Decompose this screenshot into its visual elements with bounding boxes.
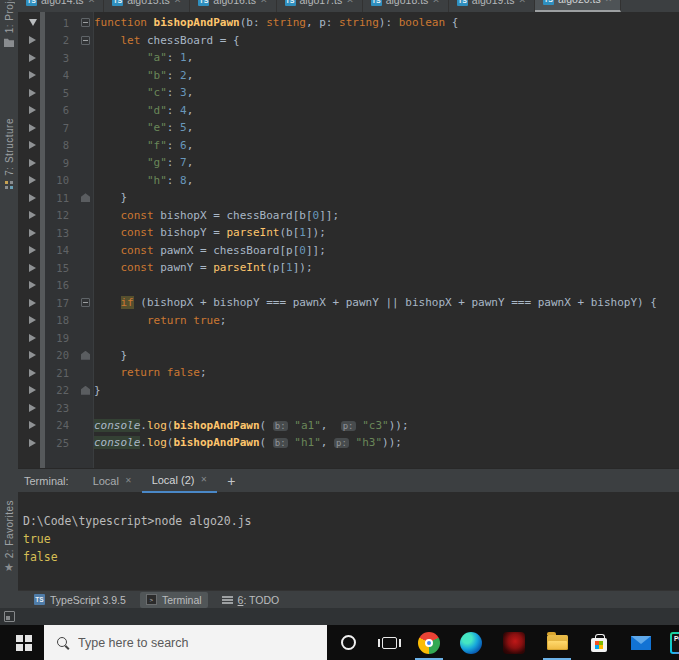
chevron-right-icon[interactable] bbox=[29, 176, 36, 184]
taskbar-button-edge[interactable] bbox=[453, 625, 489, 660]
fold-collapse-icon[interactable] bbox=[81, 18, 90, 27]
tree-node[interactable] bbox=[18, 194, 45, 202]
tree-node[interactable] bbox=[18, 106, 45, 114]
taskbar-button-cortana[interactable] bbox=[330, 625, 366, 660]
fold-end-icon[interactable] bbox=[81, 193, 90, 202]
tree-node[interactable] bbox=[18, 124, 45, 132]
chevron-right-icon[interactable] bbox=[29, 71, 36, 79]
chevron-right-icon[interactable] bbox=[29, 36, 36, 44]
close-icon[interactable]: ✕ bbox=[346, 0, 354, 5]
line-number[interactable]: 25 bbox=[45, 437, 77, 449]
close-icon[interactable]: ✕ bbox=[432, 0, 440, 5]
code-line[interactable]: 16 bbox=[18, 277, 679, 295]
code-line[interactable]: 13 const bishopY = parseInt(b[1]); bbox=[18, 224, 679, 242]
tree-node[interactable] bbox=[18, 176, 45, 184]
code-area[interactable]: 1function bishopAndPawn(b: string, p: st… bbox=[18, 14, 679, 452]
taskbar-button-pycharm[interactable]: PC bbox=[663, 625, 679, 660]
chevron-right-icon[interactable] bbox=[29, 404, 36, 412]
tree-node[interactable] bbox=[18, 299, 45, 307]
taskbar-search-box[interactable] bbox=[44, 625, 327, 660]
code-line[interactable]: 12 const bishopX = chessBoard[b[0]]; bbox=[18, 207, 679, 225]
taskbar-button-chrome[interactable] bbox=[411, 625, 447, 660]
line-number[interactable]: 23 bbox=[45, 402, 77, 414]
chevron-right-icon[interactable] bbox=[29, 421, 36, 429]
code-line[interactable]: 23 bbox=[18, 399, 679, 417]
code-line[interactable]: 24console.log(bishopAndPawn( b: "a1", p:… bbox=[18, 417, 679, 435]
close-icon[interactable]: ✕ bbox=[88, 0, 96, 5]
toolwindow-button-typescript-3-9-5[interactable]: TSTypeScript 3.9.5 bbox=[28, 592, 132, 608]
chevron-right-icon[interactable] bbox=[29, 246, 36, 254]
taskbar-button-red-app[interactable] bbox=[496, 625, 532, 660]
taskbar-button-microsoft-store[interactable] bbox=[581, 625, 617, 660]
tree-node[interactable] bbox=[18, 229, 45, 237]
chevron-right-icon[interactable] bbox=[29, 316, 36, 324]
fold-end-icon[interactable] bbox=[81, 351, 90, 360]
line-number[interactable]: 15 bbox=[45, 262, 77, 274]
close-icon[interactable]: ✕ bbox=[125, 476, 132, 485]
chevron-right-icon[interactable] bbox=[29, 299, 36, 307]
editor-tab[interactable]: TSalgo16.ts✕ bbox=[190, 0, 276, 12]
tree-node[interactable] bbox=[18, 54, 45, 62]
fold-collapse-icon[interactable] bbox=[81, 36, 90, 45]
line-number[interactable]: 10 bbox=[45, 174, 77, 186]
taskbar-button-task-view[interactable] bbox=[371, 625, 407, 660]
line-number[interactable]: 14 bbox=[45, 244, 77, 256]
code-line[interactable]: 17 if (bishopX + bishopY === pawnX + paw… bbox=[18, 294, 679, 312]
chevron-right-icon[interactable] bbox=[29, 124, 36, 132]
sidebar-item-structure[interactable]: 7: Structure bbox=[0, 118, 18, 190]
code-line[interactable]: 7 "e": 5, bbox=[18, 119, 679, 137]
chevron-right-icon[interactable] bbox=[29, 159, 36, 167]
code-line[interactable]: 8 "f": 6, bbox=[18, 137, 679, 155]
tree-node[interactable] bbox=[18, 439, 45, 447]
line-number[interactable]: 6 bbox=[45, 104, 77, 116]
tree-node[interactable] bbox=[18, 141, 45, 149]
line-number[interactable]: 7 bbox=[45, 122, 77, 134]
code-line[interactable]: 15 const pawnY = parseInt(p[1]); bbox=[18, 259, 679, 277]
tree-node[interactable] bbox=[18, 369, 45, 377]
line-number[interactable]: 11 bbox=[45, 192, 77, 204]
chevron-right-icon[interactable] bbox=[29, 229, 36, 237]
code-line[interactable]: 19 bbox=[18, 329, 679, 347]
search-input[interactable] bbox=[70, 636, 327, 650]
code-line[interactable]: 14 const pawnX = chessBoard[p[0]]; bbox=[18, 242, 679, 260]
code-line[interactable]: 9 "g": 7, bbox=[18, 154, 679, 172]
line-number[interactable]: 21 bbox=[45, 367, 77, 379]
terminal-tab[interactable]: Local✕ bbox=[83, 469, 142, 493]
tree-node[interactable] bbox=[18, 281, 45, 289]
line-number[interactable]: 24 bbox=[45, 419, 77, 431]
tree-node[interactable] bbox=[18, 264, 45, 272]
code-line[interactable]: 1function bishopAndPawn(b: string, p: st… bbox=[18, 14, 679, 32]
line-number[interactable]: 5 bbox=[45, 87, 77, 99]
code-line[interactable]: 25console.log(bishopAndPawn( b: "h1", p:… bbox=[18, 434, 679, 452]
close-icon[interactable]: ✕ bbox=[518, 0, 526, 5]
line-number[interactable]: 12 bbox=[45, 209, 77, 221]
tree-node[interactable] bbox=[18, 386, 45, 394]
line-number[interactable]: 20 bbox=[45, 349, 77, 361]
terminal-output[interactable]: D:\Code\typescript>node algo20.jstruefal… bbox=[18, 492, 679, 590]
chevron-right-icon[interactable] bbox=[29, 386, 36, 394]
tree-node[interactable] bbox=[18, 246, 45, 254]
editor-tab[interactable]: TSalgo19.ts✕ bbox=[449, 0, 535, 12]
line-number[interactable]: 17 bbox=[45, 297, 77, 309]
chevron-right-icon[interactable] bbox=[29, 54, 36, 62]
chevron-right-icon[interactable] bbox=[29, 281, 36, 289]
sidebar-item-favorites[interactable]: 2: Favorites ★ bbox=[0, 500, 18, 572]
line-number[interactable]: 2 bbox=[45, 34, 77, 46]
editor-tab[interactable]: TSalgo14.ts✕ bbox=[18, 0, 104, 12]
close-icon[interactable]: ✕ bbox=[260, 0, 268, 5]
tree-node[interactable] bbox=[18, 19, 45, 26]
toolwindow-button-terminal[interactable]: >Terminal bbox=[140, 592, 208, 608]
line-number[interactable]: 3 bbox=[45, 52, 77, 64]
code-line[interactable]: 21 return false; bbox=[18, 364, 679, 382]
chevron-right-icon[interactable] bbox=[29, 106, 36, 114]
close-icon[interactable]: ✕ bbox=[174, 0, 182, 5]
tree-node[interactable] bbox=[18, 211, 45, 219]
chevron-right-icon[interactable] bbox=[29, 369, 36, 377]
chevron-right-icon[interactable] bbox=[29, 211, 36, 219]
code-line[interactable]: 22} bbox=[18, 382, 679, 400]
line-number[interactable]: 4 bbox=[45, 69, 77, 81]
code-line[interactable]: 2 let chessBoard = { bbox=[18, 32, 679, 50]
tree-node[interactable] bbox=[18, 36, 45, 44]
line-number[interactable]: 1 bbox=[45, 17, 77, 29]
chevron-right-icon[interactable] bbox=[29, 439, 36, 447]
